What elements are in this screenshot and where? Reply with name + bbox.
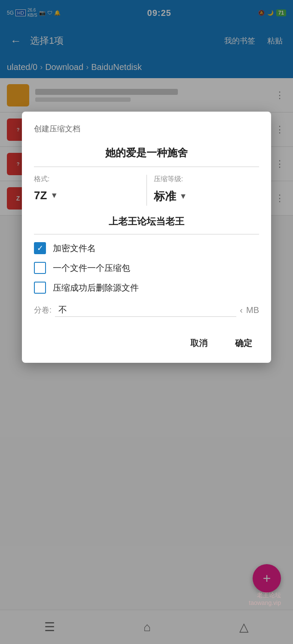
create-archive-dialog: 创建压缩文档 她的爱是一种施舍 格式: 7Z ▼ 压缩等级: 标准 ▼ 上老王论… [22,112,271,363]
split-chevron-icon[interactable]: ‹ [240,305,243,315]
cancel-button[interactable]: 取消 [183,334,214,352]
level-label: 压缩等级: [154,175,259,184]
format-col: 格式: 7Z ▼ [34,175,140,204]
dialog-title: 创建压缩文档 [34,124,259,134]
level-select[interactable]: 标准 ▼ [154,187,259,206]
format-value: 7Z [34,189,47,202]
checkbox-one-file-icon[interactable] [34,262,46,274]
archive-filename[interactable]: 她的爱是一种施舍 [34,142,259,167]
format-arrow-icon: ▼ [50,191,58,200]
checkbox-delete-source[interactable]: 压缩成功后删除源文件 [34,274,259,294]
checkbox-one-file[interactable]: 一个文件一个压缩包 [34,254,259,274]
split-unit: MB [246,305,259,315]
col-divider [146,175,147,206]
checkbox-encrypt-filename[interactable]: ✓ 加密文件名 [34,234,259,254]
ok-button[interactable]: 确定 [228,334,259,352]
level-col: 压缩等级: 标准 ▼ [154,175,259,206]
checkbox-encrypt-icon[interactable]: ✓ [34,242,46,254]
format-row: 格式: 7Z ▼ 压缩等级: 标准 ▼ [34,175,259,206]
format-label: 格式: [34,175,140,184]
level-arrow-icon: ▼ [180,192,187,201]
split-row: 分卷: ‹ MB [34,294,259,320]
split-input[interactable] [55,303,236,317]
level-value: 标准 [154,189,176,204]
checkbox-delete-icon[interactable] [34,282,46,294]
watermark: 老王论坛 taowang.vip [249,592,281,606]
watermark-line1: 老王论坛 [249,592,281,599]
checkmark-icon: ✓ [37,244,43,252]
checkbox-delete-label: 压缩成功后删除源文件 [53,282,139,294]
watermark-line2: taowang.vip [249,599,281,606]
checkbox-encrypt-label: 加密文件名 [53,243,96,254]
split-label: 分卷: [34,305,52,315]
format-select[interactable]: 7Z ▼ [34,187,140,204]
checkbox-one-file-label: 一个文件一个压缩包 [53,262,130,274]
password-field[interactable]: 上老王论坛当老王 [34,207,259,234]
dialog-actions: 取消 确定 [34,331,259,352]
